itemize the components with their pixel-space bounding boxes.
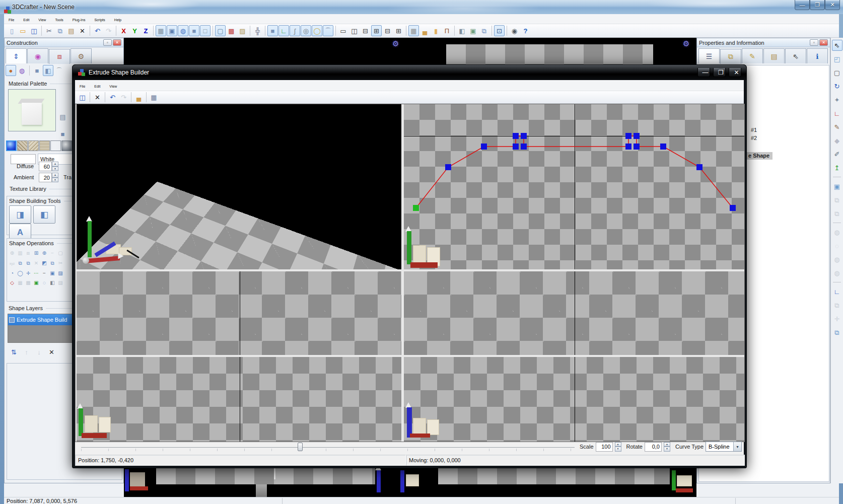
copy-object-button[interactable]: ⧉ — [832, 327, 842, 338]
background-gradient-button[interactable]: ◧ — [457, 25, 467, 36]
layout-four-button[interactable]: ⊞ — [371, 25, 382, 36]
layout-three-bottom-button[interactable]: ⊟ — [382, 25, 393, 36]
dialog-menu-file[interactable]: File — [75, 81, 90, 90]
layer-up-button[interactable]: ↑ — [21, 346, 32, 357]
op-sphere-grid-button[interactable]: ⊕ — [40, 249, 48, 257]
main-viewport-strip-bottom-right[interactable] — [438, 468, 670, 484]
tool-cube-button[interactable]: ■ — [267, 25, 278, 36]
diffuse-spinner[interactable]: ▲▼ — [52, 162, 58, 171]
op-grid-button[interactable]: ⊞ — [32, 249, 40, 257]
op-scatter-button[interactable]: ✕ — [32, 259, 40, 267]
op-xyz-button[interactable]: xyz — [8, 259, 16, 268]
copy-button[interactable]: ⧉ — [55, 25, 65, 36]
material-preview[interactable] — [8, 89, 56, 131]
grid-snap-button[interactable]: ╬ — [252, 25, 263, 36]
axis-delete-button[interactable]: ∟ — [832, 286, 842, 297]
spline-start-point[interactable] — [413, 205, 419, 211]
dialog-viewport-side[interactable] — [404, 271, 744, 355]
dialog-grid-button[interactable]: ▦ — [149, 92, 159, 103]
spline-control-point[interactable] — [513, 133, 519, 139]
op-green-grid-button[interactable]: ▣ — [32, 278, 40, 287]
menu-edit[interactable]: Edit — [19, 15, 34, 24]
op-minus-button[interactable]: − — [40, 269, 48, 277]
swatch-sphere[interactable] — [61, 140, 72, 151]
properties-minimize-button[interactable]: ▫ — [810, 39, 818, 46]
cut-button[interactable]: ✂ — [44, 25, 54, 36]
op-noise2-button[interactable]: ▨ — [56, 278, 64, 287]
group-objects-button[interactable]: ⧉ — [832, 194, 842, 205]
properties-tab-edit[interactable]: ✎ — [742, 48, 763, 63]
op-columns-button[interactable]: ▥ — [16, 249, 24, 257]
dialog-menu-view[interactable]: View — [105, 81, 121, 90]
tool-light-button[interactable]: ◯ — [312, 25, 322, 36]
spline-control-point[interactable] — [513, 143, 519, 150]
display-outline-button[interactable]: □ — [200, 25, 210, 36]
ungroup-objects-button[interactable]: ⧉ — [832, 208, 842, 219]
spline-control-point[interactable] — [625, 143, 631, 150]
op-skew-grid-button[interactable]: ▨ — [56, 269, 64, 277]
menu-plugins[interactable]: Plug-Ins — [68, 15, 90, 24]
tool-camera-button[interactable]: ◎ — [301, 25, 311, 36]
dialog-viewport-front[interactable] — [77, 271, 401, 355]
viewport-settings-gear-icon[interactable]: ⚙ — [683, 39, 689, 48]
menu-scripts[interactable]: Scripts — [90, 15, 109, 24]
spline-control-point[interactable] — [481, 143, 487, 150]
op-noise-button[interactable]: ▩ — [24, 278, 32, 287]
tree-item-selected[interactable]: e Shape — [744, 152, 772, 160]
chair-button[interactable]: Π — [442, 25, 452, 36]
object-select-button[interactable]: ◧ — [43, 65, 53, 76]
window-close-button[interactable]: ✕ — [825, 0, 840, 10]
spline-control-point[interactable] — [730, 205, 736, 211]
spline-control-point[interactable] — [634, 133, 640, 139]
menu-view[interactable]: View — [34, 15, 50, 24]
window-minimize-button[interactable]: — — [795, 0, 810, 10]
world-axes-button[interactable]: ∟ — [832, 108, 842, 119]
op-merge-button[interactable]: ⧈ — [24, 249, 32, 258]
select-object-button[interactable]: ▣ — [832, 181, 842, 192]
axis-y-button[interactable]: Y — [129, 25, 140, 36]
spline-control-point[interactable] — [445, 164, 451, 170]
properties-tab-prefabs[interactable]: ⧉ — [720, 49, 741, 64]
construction-minimize-button[interactable]: ▫ — [103, 39, 112, 46]
construction-tab-shapes[interactable]: ⧈ — [49, 49, 70, 64]
dialog-undo-button[interactable]: ↶ — [107, 92, 118, 103]
swatch-blue-gradient[interactable] — [6, 140, 17, 151]
op-duplicate-button[interactable]: ⧉ — [48, 259, 56, 267]
op-select-grid-button[interactable]: ▣ — [48, 269, 56, 277]
window-maximize-button[interactable]: ❐ — [810, 0, 825, 10]
pin-tool-button[interactable]: ✛ — [832, 313, 842, 324]
tool-bend-button[interactable]: ʃ — [290, 25, 300, 36]
axis-x-button[interactable]: X — [118, 25, 129, 36]
properties-close-button[interactable]: ✕ — [819, 39, 828, 46]
color-preview[interactable] — [11, 154, 36, 164]
main-viewport-strip-bottom-left[interactable] — [156, 468, 375, 484]
select-marquee-button[interactable]: ▢ — [832, 67, 842, 78]
frame-slider-handle[interactable] — [298, 443, 303, 451]
frame-slider-track[interactable] — [81, 447, 575, 448]
axis-z-button[interactable]: Z — [140, 25, 151, 36]
spline-control-point[interactable] — [625, 133, 631, 139]
ambient-spinner[interactable]: ▲▼ — [52, 173, 58, 182]
properties-tab-script[interactable]: ▤ — [763, 48, 785, 63]
open-file-button[interactable]: ▭ — [18, 25, 28, 36]
select-cursor-button[interactable]: ⇖ — [832, 40, 842, 51]
menu-file[interactable]: File — [4, 15, 19, 24]
layout-three-top-button[interactable]: ⊞ — [393, 25, 404, 36]
rotate-view-button[interactable]: ↻ — [832, 81, 842, 92]
swatch-noise-2[interactable] — [28, 140, 39, 151]
boolean-subtract-button[interactable]: ◌ — [832, 240, 842, 251]
op-fill-button[interactable]: ◇ — [8, 278, 16, 287]
material-colors-button[interactable]: ◍ — [17, 65, 27, 76]
redo-button[interactable]: ↷ — [103, 25, 114, 36]
select-region-button[interactable]: ▢ — [215, 25, 226, 36]
bend-tool-button[interactable]: ⌒ — [54, 65, 64, 76]
layout-two-col-button[interactable]: ◫ — [349, 25, 360, 36]
dialog-delete-button[interactable]: ✕ — [92, 92, 103, 103]
tool-curve-button[interactable]: ⌒ — [323, 25, 333, 36]
truck-button[interactable]: ▄ — [419, 25, 430, 36]
background-checker-button[interactable]: ▦ — [408, 25, 419, 36]
rubik-cube-button[interactable]: ▩ — [226, 25, 237, 36]
shape-layer-item-selected[interactable]: Extrude Shape Build — [8, 314, 74, 325]
dialog-viewport-back[interactable] — [404, 357, 744, 442]
texture-cube-button[interactable]: ▨ — [237, 25, 248, 36]
